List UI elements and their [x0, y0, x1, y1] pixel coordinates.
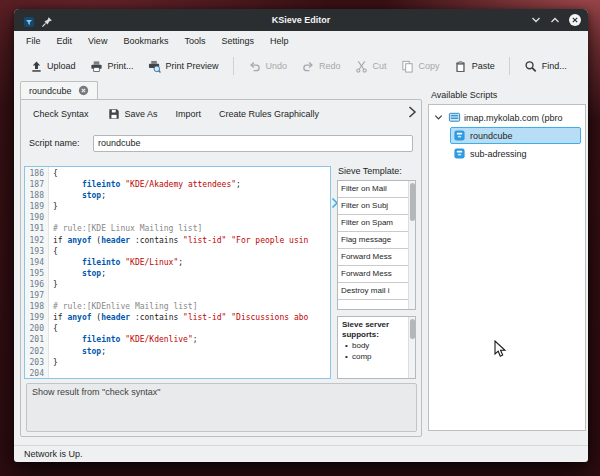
paste-button[interactable]: Paste — [447, 55, 502, 77]
sieve-template-label: Sieve Template: — [338, 166, 402, 176]
line-number: 187 — [25, 179, 44, 190]
code-line: } — [53, 279, 330, 290]
template-item[interactable]: Flag message — [338, 232, 415, 249]
tree-item-sub-adressing[interactable]: sub-adressing — [429, 145, 585, 162]
line-number: 197 — [25, 290, 44, 301]
capabilities-title: Sieve server supports: — [342, 320, 405, 340]
upload-label: Upload — [47, 61, 76, 71]
capability-list: bodycomp — [342, 340, 405, 362]
template-item[interactable]: Filter on Mail — [338, 181, 415, 198]
import-button[interactable]: Import — [172, 106, 206, 122]
code-line: if anyof (header :contains "list-id" "Fo… — [53, 235, 330, 246]
code-area[interactable]: { fileinto "KDE/Akademy attendees"; stop… — [49, 167, 330, 378]
tab-roundcube[interactable]: roundcube — [20, 81, 98, 99]
toolbar-overflow-button[interactable] — [408, 105, 417, 123]
script-name-input[interactable] — [93, 135, 413, 152]
find-label: Find... — [542, 61, 567, 71]
redo-icon — [301, 59, 315, 73]
create-rules-label: Create Rules Graphically — [219, 109, 319, 119]
menu-help[interactable]: Help — [262, 33, 297, 49]
script-name-label: Script name: — [29, 138, 93, 148]
line-number: 196 — [25, 279, 44, 290]
code-line: fileinto "KDE/Kdenlive"; — [53, 334, 330, 345]
line-number: 202 — [25, 346, 44, 357]
code-line — [53, 212, 330, 223]
menu-settings[interactable]: Settings — [213, 33, 262, 49]
copy-button[interactable]: Copy — [394, 55, 447, 77]
window-title: KSieve Editor — [14, 9, 588, 31]
script-icon — [453, 129, 466, 142]
ksieve-editor-window: KSieve Editor FileEditViewBookmarksTools… — [14, 9, 588, 462]
copy-icon — [401, 59, 415, 73]
undo-icon — [248, 59, 262, 73]
code-editor[interactable]: 1861871881891901911921931941951961971981… — [24, 166, 331, 379]
code-line — [53, 368, 330, 378]
find-icon — [524, 59, 538, 73]
overflow-chevron-icon — [408, 105, 417, 123]
code-line: fileinto "KDE/Linux"; — [53, 257, 330, 268]
menu-view[interactable]: View — [80, 33, 115, 49]
server-icon — [448, 111, 461, 124]
save-as-button[interactable]: Save As — [103, 104, 162, 124]
titlebar[interactable]: KSieve Editor — [14, 9, 588, 31]
line-number: 200 — [25, 323, 44, 334]
upload-button[interactable]: Upload — [22, 55, 83, 77]
script-icon — [453, 147, 466, 160]
line-number: 190 — [25, 212, 44, 223]
template-item[interactable]: Forward Mess — [338, 249, 415, 266]
find-button[interactable]: Find... — [517, 55, 574, 77]
capabilities-scrollbar[interactable] — [408, 317, 415, 378]
code-line: stop; — [53, 268, 330, 279]
line-number: 198 — [25, 301, 44, 312]
available-scripts-tree[interactable]: imap.mykolab.com (pbro roundcube sub-adr… — [428, 104, 586, 431]
code-line: { — [53, 168, 330, 179]
line-number: 189 — [25, 201, 44, 212]
scrollbar-thumb[interactable] — [410, 319, 415, 339]
import-label: Import — [176, 109, 202, 119]
cut-button[interactable]: Cut — [348, 55, 394, 77]
template-item[interactable]: Forward Mess — [338, 266, 415, 283]
minimize-icon[interactable] — [529, 13, 543, 27]
sieve-template-list[interactable]: Filter on MailFilter on SubjFilter on Sp… — [337, 180, 416, 310]
print-button[interactable]: Print... — [83, 55, 141, 77]
network-status: Network is Up. — [24, 449, 83, 459]
paste-label: Paste — [472, 61, 495, 71]
toolbar: Upload Print... Print Preview Undo Redo — [14, 51, 588, 81]
save-as-icon — [107, 107, 121, 121]
code-line: if anyof (header :contains "list-id" "Di… — [53, 312, 330, 323]
tab-close-icon[interactable] — [78, 85, 89, 96]
code-line: # rule:[KDE Linux Mailing list] — [53, 223, 330, 234]
maximize-icon[interactable] — [548, 13, 562, 27]
template-item[interactable]: Destroy mail i — [338, 283, 415, 300]
tabbar: roundcube — [14, 81, 588, 99]
expander-icon[interactable] — [433, 112, 445, 124]
paste-icon — [454, 59, 468, 73]
menu-tools[interactable]: Tools — [176, 33, 213, 49]
template-list-scrollbar[interactable] — [408, 181, 415, 309]
undo-button[interactable]: Undo — [241, 55, 295, 77]
mouse-cursor — [494, 340, 511, 359]
menu-edit[interactable]: Edit — [49, 33, 81, 49]
print-preview-button[interactable]: Print Preview — [141, 55, 226, 77]
script-name-row: Script name: — [29, 134, 413, 152]
close-icon[interactable] — [568, 13, 582, 27]
template-item[interactable]: Filter on Subj — [338, 198, 415, 215]
check-syntax-button[interactable]: Check Syntax — [29, 106, 93, 122]
create-rules-button[interactable]: Create Rules Graphically — [215, 106, 323, 122]
print-preview-label: Print Preview — [166, 61, 219, 71]
menu-bookmarks[interactable]: Bookmarks — [115, 33, 176, 49]
menubar: FileEditViewBookmarksToolsSettingsHelp — [14, 31, 588, 51]
tree-item-server[interactable]: imap.mykolab.com (pbro — [429, 109, 585, 126]
line-number: 194 — [25, 257, 44, 268]
check-syntax-label: Check Syntax — [33, 109, 89, 119]
tree-item-roundcube[interactable]: roundcube — [429, 127, 585, 144]
copy-label: Copy — [419, 61, 440, 71]
script-label: sub-adressing — [470, 149, 527, 159]
menu-file[interactable]: File — [18, 33, 49, 49]
line-number: 186 — [25, 168, 44, 179]
redo-button[interactable]: Redo — [294, 55, 348, 77]
server-capabilities-box: Sieve server supports: bodycomp — [337, 316, 416, 379]
template-item[interactable]: Filter on Spam — [338, 215, 415, 232]
scrollbar-thumb[interactable] — [410, 183, 415, 221]
tab-label: roundcube — [29, 86, 72, 96]
